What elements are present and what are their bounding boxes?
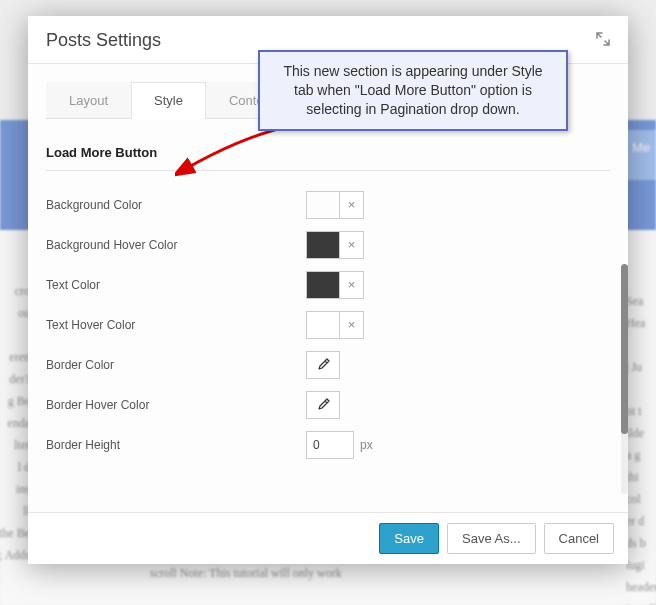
bg-text-right: Sea Hea | Ju nt t ilde a g thi col er d … [626, 290, 656, 605]
save-as-button[interactable]: Save As... [447, 523, 536, 554]
label-text-color: Text Color [46, 278, 306, 292]
cancel-button[interactable]: Cancel [544, 523, 614, 554]
label-bg-color: Background Color [46, 198, 306, 212]
picker-border-color[interactable] [306, 351, 340, 379]
eyedropper-icon [316, 358, 330, 372]
input-border-height[interactable] [306, 431, 354, 459]
swatch-text-hover[interactable] [306, 311, 340, 339]
swatch-bg-hover[interactable] [306, 231, 340, 259]
clear-text-hover[interactable]: × [340, 311, 364, 339]
scrollbar[interactable] [621, 264, 628, 494]
save-button[interactable]: Save [379, 523, 439, 554]
section-heading: Load More Button [46, 145, 610, 171]
label-border-color: Border Color [46, 358, 306, 372]
clear-bg-color[interactable]: × [340, 191, 364, 219]
swatch-bg-color[interactable] [306, 191, 340, 219]
label-bg-hover: Background Hover Color [46, 238, 306, 252]
bg-text-mid: scroll Note: This tutorial will only wor… [150, 562, 550, 584]
picker-border-hover[interactable] [306, 391, 340, 419]
swatch-text-color[interactable] [306, 271, 340, 299]
annotation-callout: This new section is appearing under Styl… [258, 50, 568, 131]
label-border-height: Border Height [46, 438, 306, 452]
clear-text-color[interactable]: × [340, 271, 364, 299]
scrollbar-thumb[interactable] [621, 264, 628, 434]
tabs: Layout Style Conte [46, 82, 287, 119]
expand-icon[interactable] [596, 32, 610, 49]
bg-accent: Me [626, 130, 656, 180]
eyedropper-icon [316, 398, 330, 412]
label-border-hover: Border Hover Color [46, 398, 306, 412]
clear-bg-hover[interactable]: × [340, 231, 364, 259]
unit-border-height: px [360, 438, 373, 452]
bg-text-left: cro ou eren der? g Be enda lter l d ins … [0, 280, 30, 566]
modal-title: Posts Settings [46, 30, 161, 51]
tab-layout[interactable]: Layout [46, 82, 131, 118]
label-text-hover: Text Hover Color [46, 318, 306, 332]
tab-style[interactable]: Style [131, 82, 206, 119]
